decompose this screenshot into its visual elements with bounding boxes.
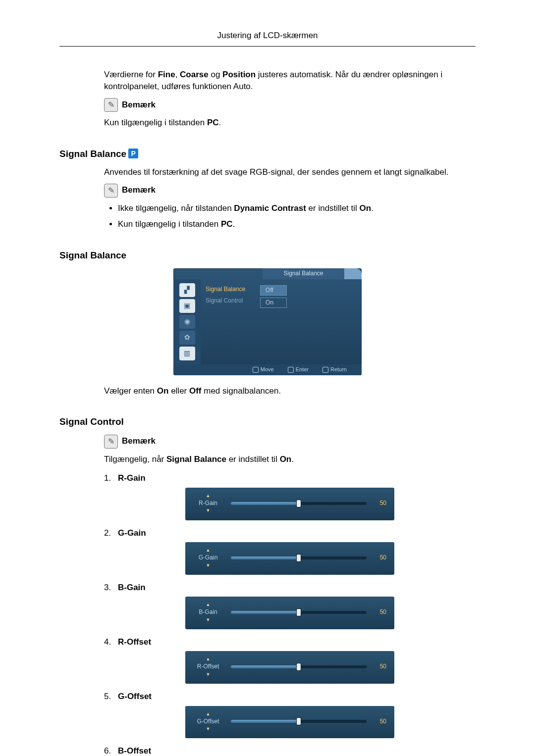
list-label-b-gain: B-Gain — [118, 582, 172, 594]
sb-b1-dc: Dynamic Contrast — [234, 203, 306, 213]
osd-value-on[interactable]: On — [260, 298, 287, 308]
arrow-up-icon: ▲ — [206, 656, 211, 662]
slider-thumb[interactable] — [297, 554, 301, 561]
list-item: 6. B-Offset — [104, 745, 476, 756]
sb-b2-after: . — [233, 219, 235, 229]
list-item: 4. R-Offset — [104, 636, 476, 649]
intro-text: Værdierne for — [104, 70, 158, 79]
slider-g-offset[interactable]: ▲G-Offset▼ 50 — [185, 706, 394, 738]
list-num: 2. — [104, 527, 118, 540]
intro-position: Position — [222, 70, 256, 79]
header-rule — [59, 46, 476, 47]
slider-name: G-Gain — [199, 554, 218, 562]
p-badge-icon: P — [128, 149, 138, 158]
slider-g-gain[interactable]: ▲G-Gain▼ 50 — [185, 542, 394, 574]
settings-icon[interactable]: ✿ — [179, 331, 195, 345]
slider-name: R-Gain — [199, 499, 217, 507]
slider-value: 50 — [374, 499, 386, 507]
list-num: 1. — [104, 472, 118, 485]
sb-choose-on: On — [157, 386, 169, 396]
sb-intro: Anvendes til forstærkning af det svage R… — [104, 166, 476, 179]
list-num: 5. — [104, 691, 118, 703]
sb-choose-before: Vælger enten — [104, 386, 157, 396]
note-row-2: ✎ Bemærk — [104, 184, 476, 198]
slider-thumb[interactable] — [297, 500, 301, 507]
slider-value: 50 — [374, 662, 386, 671]
slider-value: 50 — [374, 554, 386, 562]
note-label: Bemærk — [122, 435, 156, 448]
sb-b1-before: Ikke tilgængelig, når tilstanden — [118, 203, 234, 213]
list-label-g-offset: G-Offset — [118, 691, 172, 703]
intro-sep1: , — [175, 70, 180, 79]
arrow-up-icon: ▲ — [206, 547, 211, 554]
osd-menu: Signal Balance ▞ ▣ ◉ ✿ ▥ Signal Balance … — [173, 268, 362, 375]
sb-choose: Vælger enten On eller Off med signalbala… — [104, 385, 476, 398]
osd-footer-move: Move — [253, 366, 274, 374]
slider-thumb[interactable] — [297, 718, 301, 725]
note-row: ✎ Bemærk — [104, 98, 476, 112]
list-item: 2. G-Gain — [104, 527, 476, 540]
sb-choose-mid: eller — [168, 386, 189, 396]
slider-name: R-Offset — [197, 662, 219, 671]
heading-signal-balance-text: Signal Balance — [59, 147, 126, 161]
note-icon: ✎ — [104, 98, 118, 112]
list-item: 5. G-Offset — [104, 691, 476, 703]
heading-signal-balance-2: Signal Balance — [59, 249, 476, 262]
sc-note-before: Tilgængelig, når — [104, 454, 166, 464]
list-num: 4. — [104, 636, 118, 649]
osd-title: Signal Balance — [263, 268, 344, 279]
slider-track[interactable] — [231, 720, 367, 723]
heading-signal-balance: Signal Balance P — [59, 147, 476, 161]
note-label: Bemærk — [122, 184, 156, 197]
note1-before: Kun tilgængelig i tilstanden — [104, 118, 207, 127]
note1-pc: PC — [207, 118, 219, 127]
sb-choose-off: Off — [189, 386, 202, 396]
arrow-down-icon: ▼ — [206, 507, 211, 514]
page-header: Justering af LCD-skærmen — [59, 30, 476, 42]
osd-title-bar: Signal Balance — [173, 268, 362, 279]
slider-track[interactable] — [231, 665, 367, 668]
slider-track[interactable] — [231, 611, 367, 614]
sb-bullets: Ikke tilgængelig, når tilstanden Dynamic… — [104, 202, 476, 231]
arrow-up-icon: ▲ — [206, 602, 211, 608]
sc-note-sb: Signal Balance — [166, 454, 226, 464]
note-label: Bemærk — [122, 99, 156, 111]
slider-b-gain[interactable]: ▲B-Gain▼ 50 — [185, 597, 394, 629]
slider-thumb[interactable] — [297, 663, 301, 670]
list-num: 3. — [104, 582, 118, 594]
slider-r-gain[interactable]: ▲R-Gain▼ 50 — [185, 488, 394, 520]
note-icon: ✎ — [104, 435, 118, 449]
slider-r-offset[interactable]: ▲R-Offset▼ 50 — [185, 651, 394, 683]
slider-track[interactable] — [231, 556, 367, 559]
osd-row-signal-balance[interactable]: Signal Balance — [206, 285, 245, 294]
multi-icon[interactable]: ▥ — [179, 347, 195, 360]
sb-bullet-1: Ikke tilgængelig, når tilstanden Dynamic… — [118, 202, 476, 215]
note1-after: . — [219, 118, 221, 127]
arrow-down-icon: ▼ — [206, 562, 211, 569]
picture-icon[interactable]: ▞ — [179, 283, 195, 297]
intro-paragraph: Værdierne for Fine, Coarse og Position j… — [104, 69, 476, 93]
intro-coarse: Coarse — [180, 70, 209, 79]
slider-track[interactable] — [231, 502, 367, 505]
timer-icon[interactable]: ◉ — [179, 315, 195, 329]
osd-row-signal-control[interactable]: Signal Control — [206, 297, 245, 305]
heading-signal-control: Signal Control — [59, 415, 476, 429]
slider-value: 50 — [374, 717, 386, 726]
sb-b1-mid: er indstillet til — [306, 203, 360, 213]
osd-value-off[interactable]: Off — [260, 285, 287, 296]
slider-name: B-Gain — [199, 608, 217, 616]
sb-choose-after: med signalbalancen. — [202, 386, 281, 396]
osd-main: Signal Balance Signal Control Off On — [201, 279, 362, 364]
osd-footer: Move Enter Return — [173, 364, 362, 375]
list-item: 1. R-Gain — [104, 472, 476, 485]
osd-sidebar: ▞ ▣ ◉ ✿ ▥ — [173, 279, 201, 364]
slider-name: G-Offset — [197, 717, 219, 726]
input-icon[interactable]: ▣ — [179, 299, 195, 313]
osd-footer-enter: Enter — [288, 366, 309, 374]
slider-thumb[interactable] — [297, 609, 301, 616]
sc-note: Tilgængelig, når Signal Balance er indst… — [104, 454, 476, 466]
list-item: 3. B-Gain — [104, 582, 476, 594]
list-label-r-gain: R-Gain — [118, 472, 172, 485]
list-label-b-offset: B-Offset — [118, 745, 172, 756]
note-icon: ✎ — [104, 184, 118, 198]
